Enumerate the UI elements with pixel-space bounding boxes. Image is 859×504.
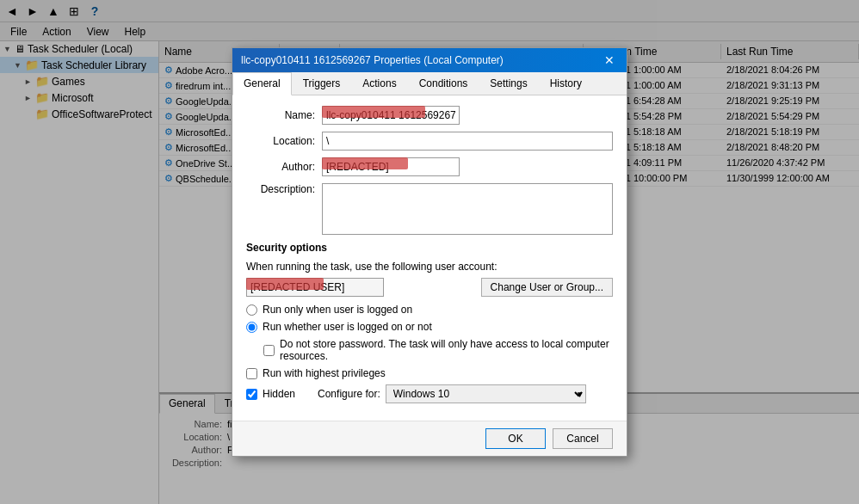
dialog-body: Name: Location: Author:: [232, 95, 627, 421]
cancel-button[interactable]: Cancel: [553, 428, 613, 449]
form-location-input[interactable]: [322, 132, 613, 151]
dialog-footer: OK Cancel: [232, 421, 627, 456]
dialog-close-button[interactable]: ✕: [601, 53, 618, 67]
radio-logged-on[interactable]: [246, 304, 257, 316]
dialog-tab-conditions[interactable]: Conditions: [408, 72, 479, 95]
security-when-running-label: When running the task, use the following…: [246, 261, 613, 273]
checkbox-no-store-row: Do not store password. The task will onl…: [246, 338, 613, 362]
form-description-textarea[interactable]: [322, 183, 613, 235]
radio-whether-label: Run whether user is logged on or not: [263, 321, 432, 333]
dialog-tab-triggers[interactable]: Triggers: [292, 72, 352, 95]
form-author-label: Author:: [246, 161, 315, 173]
hidden-configure-row: Hidden Configure for: Windows 10 Windows…: [246, 384, 613, 403]
security-user-row: Change User or Group...: [246, 278, 613, 297]
properties-dialog: llc-copy010411 1612569267 Properties (Lo…: [232, 47, 627, 457]
ok-button[interactable]: OK: [485, 428, 546, 449]
form-location-label: Location:: [246, 135, 315, 147]
form-row-description: Description:: [246, 183, 613, 235]
dialog-title: llc-copy010411 1612569267 Properties (Lo…: [241, 54, 504, 66]
dialog-titlebar: llc-copy010411 1612569267 Properties (Lo…: [232, 48, 627, 72]
dialog-tab-history[interactable]: History: [539, 72, 593, 95]
checkbox-highest-priv[interactable]: [246, 368, 257, 379]
dialog-tab-general[interactable]: General: [232, 72, 292, 95]
radio-whether[interactable]: [246, 322, 257, 333]
form-desc-label: Description:: [246, 183, 315, 195]
checkbox-highest-priv-label: Run with highest privileges: [263, 367, 386, 379]
form-name-label: Name:: [246, 109, 315, 121]
radio-whether-row: Run whether user is logged on or not: [246, 321, 613, 333]
dialog-tab-settings[interactable]: Settings: [479, 72, 538, 95]
dialog-tabs: General Triggers Actions Conditions Sett…: [232, 72, 627, 95]
dialog-tab-actions[interactable]: Actions: [351, 72, 407, 95]
radio-logged-on-row: Run only when user is logged on: [246, 304, 613, 316]
configure-for-select[interactable]: Windows 10 Windows 7, Windows Server 200…: [386, 384, 586, 403]
form-row-author: Author:: [246, 157, 613, 176]
dialog-overlay: llc-copy010411 1612569267 Properties (Lo…: [0, 0, 859, 504]
change-user-group-button[interactable]: Change User or Group...: [481, 278, 613, 297]
configure-for-label: Configure for:: [318, 388, 380, 400]
security-section-title: Security options: [246, 242, 613, 254]
checkbox-hidden[interactable]: [246, 389, 257, 400]
form-row-location: Location:: [246, 132, 613, 151]
checkbox-no-store-label: Do not store password. The task will onl…: [280, 338, 613, 362]
form-row-name: Name:: [246, 106, 613, 125]
radio-logged-on-label: Run only when user is logged on: [263, 304, 412, 316]
checkbox-highest-priv-row: Run with highest privileges: [246, 367, 613, 379]
hidden-label: Hidden: [263, 388, 295, 400]
checkbox-no-store[interactable]: [263, 345, 275, 356]
